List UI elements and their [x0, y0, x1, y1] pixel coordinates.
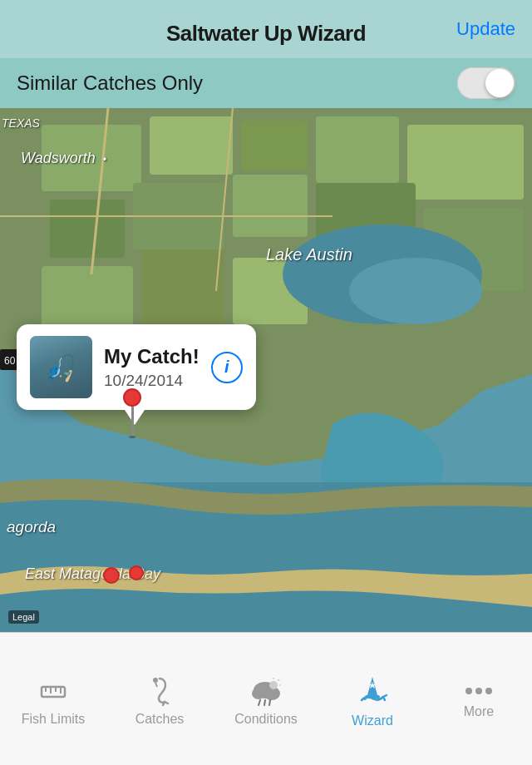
callout-date: 10/24/2014	[104, 372, 200, 390]
pin-head-3	[129, 565, 144, 580]
update-button[interactable]: Update	[456, 18, 515, 40]
svg-rect-6	[407, 125, 524, 200]
tab-wizard[interactable]: Wizard	[319, 633, 426, 765]
map-container[interactable]: 60 Wadsworth • Lake Austin TEXAS agorda …	[0, 108, 532, 632]
cloud-icon	[249, 675, 283, 707]
pin-head-2	[103, 567, 120, 584]
tab-more-label: More	[464, 704, 494, 719]
tab-fish-limits[interactable]: Fish Limits	[0, 633, 106, 765]
svg-rect-5	[316, 116, 399, 183]
svg-point-32	[252, 688, 265, 699]
svg-text:60: 60	[4, 355, 16, 367]
callout-title: My Catch!	[104, 345, 200, 368]
svg-point-17	[349, 258, 482, 324]
similar-catches-toggle[interactable]	[457, 67, 515, 99]
map-pin-1[interactable]	[123, 388, 141, 438]
svg-point-42	[363, 697, 367, 700]
pin-head	[123, 388, 141, 407]
tab-catches-label: Catches	[135, 712, 185, 727]
svg-point-36	[269, 681, 278, 689]
map-pin-2[interactable]	[103, 567, 120, 584]
pin-shadow	[129, 436, 135, 438]
tab-fish-limits-label: Fish Limits	[22, 712, 85, 727]
tab-more[interactable]: More	[426, 633, 532, 765]
map-legal: Legal	[8, 610, 39, 624]
tab-conditions[interactable]: Conditions	[213, 633, 319, 765]
svg-rect-7	[50, 200, 125, 258]
tab-catches[interactable]: Catches	[106, 633, 213, 765]
tab-conditions-label: Conditions	[234, 712, 298, 727]
svg-line-38	[278, 679, 279, 681]
svg-point-43	[466, 688, 472, 694]
svg-point-29	[153, 678, 158, 683]
toggle-bar: Similar Catches Only	[0, 58, 532, 108]
svg-rect-2	[42, 125, 141, 191]
svg-rect-9	[233, 175, 308, 237]
svg-line-34	[264, 700, 265, 705]
callout-info-button[interactable]: i	[211, 352, 243, 383]
tab-bar: Fish Limits Catches Conditions	[0, 632, 532, 765]
hook-icon	[144, 675, 175, 707]
svg-line-33	[259, 700, 260, 705]
ruler-icon	[37, 675, 69, 707]
svg-point-45	[485, 688, 492, 694]
svg-rect-12	[42, 266, 133, 333]
callout-text-area: My Catch! 10/24/2014	[104, 345, 200, 390]
svg-line-35	[269, 700, 270, 705]
toggle-knob	[485, 69, 514, 97]
pin-stem	[131, 407, 134, 436]
svg-rect-13	[141, 249, 224, 324]
wizard-icon	[355, 674, 390, 708]
callout-image	[30, 336, 92, 398]
toggle-label: Similar Catches Only	[17, 72, 203, 95]
app-title: Saltwater Up Wizard	[166, 21, 366, 47]
more-dots-icon	[463, 683, 495, 699]
svg-rect-3	[150, 116, 233, 175]
map-pin-3[interactable]	[129, 565, 144, 580]
header: Saltwater Up Wizard Update	[0, 0, 532, 58]
tab-wizard-label: Wizard	[352, 713, 393, 728]
svg-rect-4	[241, 121, 308, 170]
svg-point-44	[475, 688, 482, 694]
